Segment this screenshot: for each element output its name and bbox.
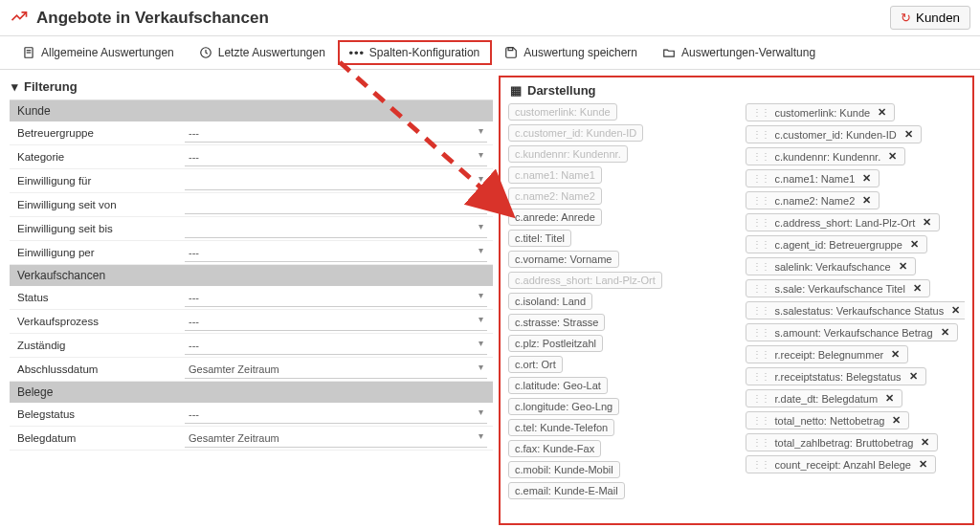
filter-dropdown[interactable]: --- — [185, 336, 487, 355]
filter-dropdown[interactable]: --- — [185, 147, 487, 166]
filter-dropdown[interactable] — [185, 219, 487, 238]
column-tag[interactable]: c.titel: Titel — [508, 230, 571, 247]
kunden-button[interactable]: ↻ Kunden — [890, 6, 970, 30]
column-tag[interactable]: c.anrede: Anrede — [508, 209, 602, 226]
column-tag[interactable]: ⋮⋮c.agent_id: Betreuergruppe✕ — [746, 235, 927, 253]
remove-icon[interactable]: ✕ — [907, 370, 920, 383]
toolbar-item-2[interactable]: •••Spalten-Konfiguration — [338, 40, 492, 65]
remove-icon[interactable]: ✕ — [908, 238, 921, 251]
column-tag[interactable]: customerlink: Kunde — [508, 103, 617, 121]
filter-label: Zuständig — [17, 340, 185, 351]
filter-dropdown[interactable]: --- — [185, 123, 487, 143]
filter-dropdown[interactable]: --- — [185, 243, 487, 262]
selected-columns[interactable]: ⋮⋮customerlink: Kunde✕⋮⋮c.customer_id: K… — [746, 103, 966, 515]
filter-section-head: Verkaufschancen — [10, 265, 493, 286]
column-tag-label: c.latitude: Geo-Lat — [515, 380, 601, 391]
column-tag[interactable]: c.plz: Postleitzahl — [508, 335, 603, 352]
toolbar-item-0[interactable]: Allgemeine Auswertungen — [10, 40, 187, 65]
column-tag[interactable]: c.address_short: Land-Plz-Ort — [508, 272, 662, 289]
filter-dropdown[interactable]: --- — [185, 312, 487, 331]
filter-dropdown[interactable]: Gesamter Zeitraum — [185, 360, 487, 379]
toolbar-item-3[interactable]: Auswertung speichern — [492, 40, 650, 65]
column-tag-label: count_receipt: Anzahl Belege — [775, 459, 912, 471]
remove-icon[interactable]: ✕ — [890, 414, 902, 427]
column-tag[interactable]: c.kundennr: Kundennr. — [508, 145, 628, 163]
toolbar-label: Auswertungen-Verwaltung — [681, 46, 815, 59]
column-tag-label: c.customer_id: Kunden-ID — [775, 129, 897, 141]
column-tag-label: c.vorname: Vorname — [515, 253, 612, 265]
column-tag[interactable]: c.customer_id: Kunden-ID — [508, 124, 643, 142]
drag-grip-icon: ⋮⋮ — [752, 371, 769, 382]
column-tag[interactable]: ⋮⋮s.amount: Verkaufschance Betrag✕ — [746, 323, 958, 341]
filter-label: Abschlussdatum — [17, 363, 185, 375]
column-tag[interactable]: ⋮⋮c.kundennr: Kundennr.✕ — [746, 147, 906, 165]
column-tag-label: s.amount: Verkaufschance Betrag — [775, 327, 933, 339]
column-tag[interactable]: c.isoland: Land — [508, 293, 592, 310]
column-tag[interactable]: ⋮⋮c.address_short: Land-Plz-Ort✕ — [746, 213, 941, 231]
column-tag-label: c.plz: Postleitzahl — [515, 338, 596, 349]
remove-icon[interactable]: ✕ — [886, 150, 899, 163]
column-tag-label: salelink: Verkaufschance — [775, 261, 891, 273]
darstellung-heading: Darstellung — [527, 83, 596, 98]
column-tag[interactable]: c.mobil: Kunde-Mobil — [508, 461, 620, 478]
remove-icon[interactable]: ✕ — [902, 128, 915, 141]
column-tag[interactable]: c.strasse: Strasse — [508, 314, 605, 331]
save-icon — [504, 46, 518, 59]
column-tag[interactable]: c.latitude: Geo-Lat — [508, 377, 608, 394]
remove-icon[interactable]: ✕ — [883, 392, 896, 405]
column-tag[interactable]: ⋮⋮c.customer_id: Kunden-ID✕ — [746, 125, 922, 143]
drag-grip-icon: ⋮⋮ — [752, 217, 769, 228]
filter-dropdown[interactable]: --- — [185, 288, 487, 307]
column-tag-label: s.sale: Verkaufschance Titel — [775, 283, 905, 295]
column-tag-label: c.tel: Kunde-Telefon — [515, 422, 608, 433]
column-tag[interactable]: c.name1: Name1 — [508, 166, 602, 184]
column-tag[interactable]: ⋮⋮c.name2: Name2✕ — [746, 191, 880, 209]
remove-icon[interactable]: ✕ — [860, 172, 873, 185]
column-tag[interactable]: c.fax: Kunde-Fax — [508, 440, 601, 457]
remove-icon[interactable]: ✕ — [949, 304, 962, 317]
column-tag[interactable]: ⋮⋮r.date_dt: Belegdatum✕ — [746, 389, 903, 407]
remove-icon[interactable]: ✕ — [889, 348, 902, 361]
column-tag[interactable]: ⋮⋮total_zahlbetrag: Bruttobetrag✕ — [746, 433, 939, 451]
column-tag[interactable]: ⋮⋮s.salestatus: Verkaufschance Status✕ — [746, 301, 966, 319]
remove-icon[interactable]: ✕ — [919, 436, 931, 449]
toolbar-item-4[interactable]: Auswertungen-Verwaltung — [650, 40, 828, 65]
column-tag[interactable]: c.longitude: Geo-Lng — [508, 398, 619, 415]
filter-row: AbschlussdatumGesamter Zeitraum — [10, 358, 493, 382]
column-tag[interactable]: c.vorname: Vorname — [508, 251, 619, 268]
filter-dropdown[interactable] — [185, 171, 487, 190]
available-columns[interactable]: customerlink: Kundec.customer_id: Kunden… — [508, 103, 728, 515]
column-tag-label: c.anrede: Anrede — [515, 211, 595, 223]
column-tag[interactable]: ⋮⋮s.sale: Verkaufschance Titel✕ — [746, 279, 930, 297]
column-tag[interactable]: ⋮⋮total_netto: Nettobetrag✕ — [746, 411, 910, 429]
column-tag-label: c.longitude: Geo-Lng — [515, 401, 612, 412]
column-tag-label: c.kundennr: Kundennr. — [775, 151, 881, 163]
column-tag[interactable]: ⋮⋮count_receipt: Anzahl Belege✕ — [746, 455, 937, 473]
filter-dropdown[interactable]: Gesamter Zeitraum — [185, 429, 487, 448]
column-tag[interactable]: ⋮⋮customerlink: Kunde✕ — [746, 103, 896, 121]
remove-icon[interactable]: ✕ — [917, 458, 929, 471]
remove-icon[interactable]: ✕ — [911, 282, 924, 295]
column-tag[interactable]: ⋮⋮r.receipt: Belegnummer✕ — [746, 345, 909, 363]
remove-icon[interactable]: ✕ — [876, 106, 888, 119]
refresh-icon: ↻ — [901, 11, 911, 25]
filter-section-head: Kunde — [10, 100, 493, 121]
column-tag[interactable]: ⋮⋮c.name1: Name1✕ — [746, 169, 880, 187]
clock-icon — [199, 46, 212, 59]
remove-icon[interactable]: ✕ — [921, 216, 933, 229]
filter-dropdown[interactable] — [185, 195, 487, 214]
column-tag[interactable]: c.name2: Name2 — [508, 187, 602, 205]
column-tag[interactable]: c.ort: Ort — [508, 356, 563, 373]
column-tag[interactable]: c.email: Kunde-E-Mail — [508, 482, 625, 499]
remove-icon[interactable]: ✕ — [939, 326, 951, 339]
filter-row: Betreuergruppe--- — [10, 121, 493, 145]
column-tag[interactable]: c.tel: Kunde-Telefon — [508, 419, 614, 436]
filter-dropdown[interactable]: --- — [185, 405, 487, 424]
remove-icon[interactable]: ✕ — [897, 260, 909, 273]
column-tag[interactable]: ⋮⋮r.receiptstatus: Belegstatus✕ — [746, 367, 926, 385]
kunden-button-label: Kunden — [916, 11, 960, 25]
filter-label: Verkaufsprozess — [17, 316, 185, 327]
remove-icon[interactable]: ✕ — [860, 194, 873, 207]
toolbar-item-1[interactable]: Letzte Auswertungen — [187, 40, 338, 65]
column-tag[interactable]: ⋮⋮salelink: Verkaufschance✕ — [746, 257, 916, 275]
